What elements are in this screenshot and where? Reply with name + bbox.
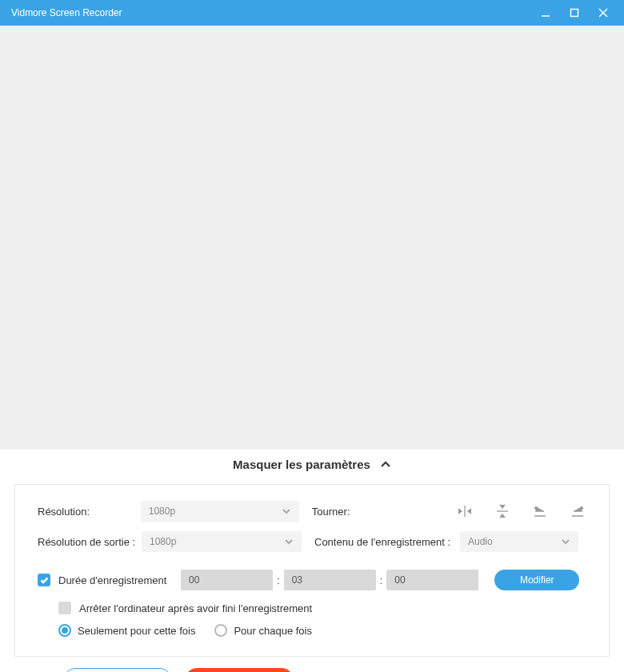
close-button[interactable] <box>589 0 618 26</box>
output-resolution-value: 1080p <box>150 536 176 547</box>
output-resolution-label: Résolution de sortie : <box>38 536 142 548</box>
resolution-label: Résolution: <box>38 506 141 518</box>
rotate-label: Tourner: <box>312 506 456 518</box>
content-select[interactable]: Audio <box>460 531 578 552</box>
minimize-button[interactable] <box>531 0 560 26</box>
hide-params-toggle[interactable]: Masquer les paramètres <box>0 450 624 478</box>
once-radio[interactable] <box>58 624 71 637</box>
settings-panel: Résolution: 1080p Tourner: Résolution de… <box>14 484 610 657</box>
modify-label: Modifier <box>520 574 554 586</box>
each-radio[interactable] <box>214 624 227 637</box>
flip-vertical-icon[interactable] <box>494 502 511 520</box>
content-value: Audio <box>468 536 493 547</box>
titlebar: Vidmore Screen Recorder <box>0 0 624 26</box>
chevron-up-icon <box>380 458 391 471</box>
shutdown-label: Arrêter l'ordinateur après avoir fini l'… <box>79 602 312 614</box>
duration-label: Durée d'enregistrement <box>58 574 181 586</box>
resolution-value: 1080p <box>149 506 175 517</box>
app-title: Vidmore Screen Recorder <box>11 7 122 18</box>
duration-hours-input[interactable]: 00 <box>181 570 273 590</box>
suspend-button[interactable]: Suspendre <box>62 668 173 672</box>
modify-button[interactable]: Modifier <box>494 570 579 590</box>
svg-rect-1 <box>571 10 578 17</box>
duration-checkbox[interactable] <box>38 574 50 586</box>
chevron-down-icon <box>561 536 570 547</box>
output-resolution-select[interactable]: 1080p <box>142 531 302 552</box>
colon: : <box>277 574 280 586</box>
each-label: Pour chaque fois <box>234 625 312 637</box>
colon: : <box>380 574 383 586</box>
hide-params-label: Masquer les paramètres <box>233 458 370 471</box>
flip-horizontal-icon[interactable] <box>456 502 474 520</box>
rotate-right-icon[interactable] <box>569 502 586 520</box>
preview-area <box>0 26 624 450</box>
duration-seconds-input[interactable]: 00 <box>386 570 478 590</box>
duration-minutes-input[interactable]: 03 <box>284 570 376 590</box>
chevron-down-icon <box>284 536 294 547</box>
footer: Suspendre Arrêter 00:00:15 214.37 KB/448… <box>0 657 624 672</box>
once-label: Seulement pour cette fois <box>78 625 195 637</box>
stop-button[interactable]: Arrêter <box>184 668 294 672</box>
content-label: Contenu de l'enregistrement : <box>314 536 460 548</box>
chevron-down-icon <box>282 506 291 517</box>
maximize-button[interactable] <box>560 0 589 26</box>
rotate-left-icon[interactable] <box>531 502 549 520</box>
resolution-select[interactable]: 1080p <box>141 501 299 522</box>
shutdown-checkbox[interactable] <box>58 602 71 614</box>
